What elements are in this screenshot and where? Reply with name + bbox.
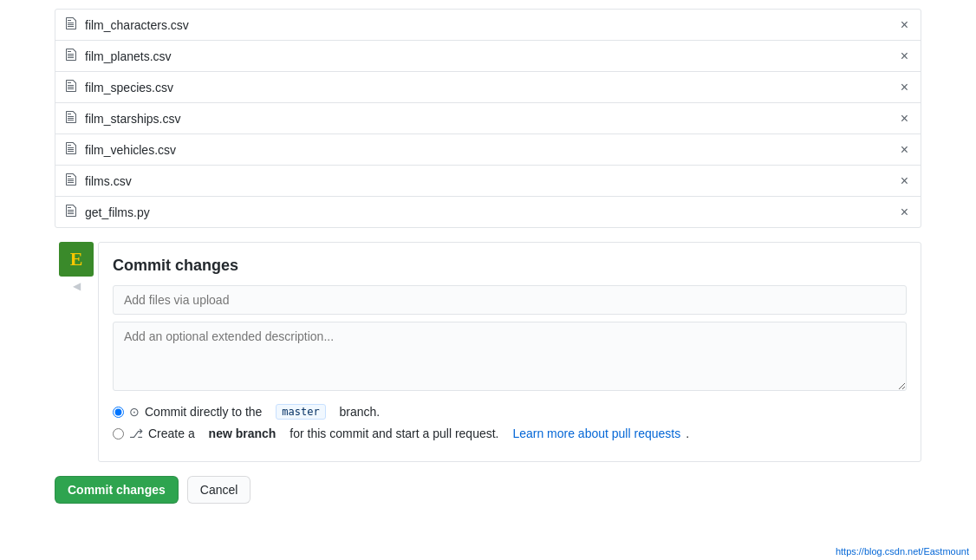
cancel-button[interactable]: Cancel [187,476,251,504]
radio-new-branch-bold: new branch [209,427,277,440]
radio-new-branch-suffix: . [686,427,689,440]
commit-message-input[interactable] [113,285,907,315]
file-item: film_starships.csv × [55,103,921,134]
radio-direct-suffix: branch. [340,405,381,419]
file-icon [66,16,78,33]
commit-icon: ⊙ [129,405,140,419]
remove-file-button[interactable]: × [899,174,910,188]
file-name: film_starships.csv [85,112,180,126]
file-icon [66,173,78,189]
radio-option-new-branch: ⎇ Create a new branch for this commit an… [113,427,907,440]
file-name: film_vehicles.csv [85,143,176,157]
radio-new-branch-middle: for this commit and start a pull request… [290,427,498,440]
file-item: film_species.csv × [55,72,921,103]
file-item: film_vehicles.csv × [55,134,921,166]
remove-file-button[interactable]: × [899,81,910,94]
watermark-link[interactable]: https://blog.csdn.net/Eastmount [836,546,969,557]
learn-more-link[interactable]: Learn more about pull requests [512,427,680,440]
remove-file-button[interactable]: × [899,49,910,63]
page-wrapper: film_characters.csv × film_planets.csv × [0,0,976,560]
file-name: films.csv [85,174,132,188]
file-name: film_characters.csv [85,18,189,32]
radio-new-branch[interactable] [113,428,124,440]
radio-new-branch-prefix: Create a [148,427,195,440]
file-item-left: film_species.csv [66,79,173,95]
file-name: film_planets.csv [85,49,172,63]
commit-section: E ◀ Commit changes ⊙ Commit directly to … [55,242,921,462]
remove-file-button[interactable]: × [899,205,910,219]
file-name: film_species.csv [85,81,173,94]
radio-direct[interactable] [113,407,124,418]
avatar-area: E ◀ [55,242,98,462]
radio-option-direct: ⊙ Commit directly to the master branch. [113,404,907,420]
file-icon [66,79,78,95]
commit-box: Commit changes ⊙ Commit directly to the … [98,242,921,462]
remove-file-button[interactable]: × [899,112,910,126]
file-name: get_films.py [85,205,150,219]
file-item: film_planets.csv × [55,41,921,72]
commit-description-textarea[interactable] [113,322,907,391]
file-item-left: film_planets.csv [66,48,172,64]
file-item-left: films.csv [66,173,132,189]
branch-badge: master [276,404,325,420]
arrow-indicator: ◀ [73,280,81,292]
commit-title: Commit changes [113,257,907,275]
file-icon [66,48,78,64]
file-list: film_characters.csv × film_planets.csv × [55,9,921,228]
branch-icon: ⎇ [129,427,143,440]
file-item-left: get_films.py [66,204,150,220]
remove-file-button[interactable]: × [899,18,910,32]
avatar: E [59,242,94,277]
file-item-left: film_characters.csv [66,16,189,33]
file-icon [66,141,78,158]
file-item-left: film_starships.csv [66,110,180,127]
remove-file-button[interactable]: × [899,143,910,157]
commit-changes-button[interactable]: Commit changes [55,476,179,504]
avatar-letter: E [70,248,83,270]
file-icon [66,110,78,127]
file-item-left: film_vehicles.csv [66,141,176,158]
radio-direct-prefix: Commit directly to the [145,405,262,419]
radio-group: ⊙ Commit directly to the master branch. … [113,404,907,440]
file-item: film_characters.csv × [55,10,921,41]
watermark: https://blog.csdn.net/Eastmount [836,546,969,557]
file-icon [66,204,78,220]
file-item: get_films.py × [55,197,921,227]
file-item: films.csv × [55,166,921,197]
bottom-actions: Commit changes Cancel [55,476,921,518]
